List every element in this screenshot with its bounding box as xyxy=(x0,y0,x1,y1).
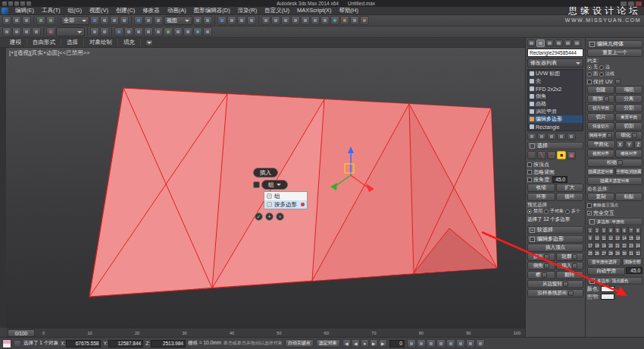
smoothing-group-button[interactable]: 6 xyxy=(621,227,627,234)
stack-item[interactable]: FFD 2x2x2 xyxy=(528,85,583,93)
smoothing-group-button[interactable]: 9 xyxy=(587,234,593,241)
smoothing-group-button[interactable]: 32 xyxy=(635,250,641,256)
new-scene-icon[interactable] xyxy=(2,2,7,6)
unlink-selection-icon[interactable] xyxy=(12,16,21,25)
caddy-cancel-button[interactable]: × xyxy=(276,212,284,221)
y-field[interactable]: 12587.844 xyxy=(108,340,143,347)
by-vertex-checkbox[interactable] xyxy=(527,162,532,167)
grid-align-button[interactable]: 栅格对齐 xyxy=(615,149,642,158)
edge-mode-icon[interactable] xyxy=(537,151,546,159)
render-iterative-icon[interactable] xyxy=(203,27,212,36)
stack-item[interactable]: 倒角 xyxy=(528,93,583,100)
outline-settings-icon[interactable] xyxy=(572,254,577,259)
selection-filter-dropdown[interactable]: 全部 xyxy=(61,16,89,25)
select-and-manipulate-icon[interactable] xyxy=(203,16,212,25)
container-toolbar-icon[interactable] xyxy=(183,27,192,36)
axis-constraint-x-icon[interactable] xyxy=(2,27,11,36)
selection-lock-icon[interactable] xyxy=(100,27,109,36)
smoothing-group-button[interactable]: 2 xyxy=(594,227,600,234)
undo-icon[interactable] xyxy=(36,16,45,25)
hinge-settings-icon[interactable] xyxy=(563,281,568,287)
bridge-settings-icon[interactable] xyxy=(542,272,547,278)
hinge-from-edge-button[interactable]: 从边旋转 xyxy=(527,280,583,288)
smoothing-group-button[interactable]: 16 xyxy=(635,234,641,241)
ignore-backfacing-checkbox[interactable] xyxy=(527,170,532,174)
menu-item[interactable]: 动画(A) xyxy=(164,7,190,14)
smoothing-group-button[interactable]: 8 xyxy=(635,227,641,234)
save-file-icon[interactable] xyxy=(14,2,19,6)
tessellate-button[interactable]: 细化 xyxy=(615,131,642,140)
border-mode-icon[interactable] xyxy=(547,151,556,159)
caddy-mode-dropdown[interactable]: 组 xyxy=(261,180,288,190)
ribbon-tab[interactable]: 填充 xyxy=(118,39,141,46)
smoothing-group-button[interactable]: 4 xyxy=(608,227,614,234)
axis-constraint-y-icon[interactable] xyxy=(12,27,21,36)
align-icon[interactable] xyxy=(281,16,290,25)
collapse-button[interactable]: 塌陷 xyxy=(615,86,642,94)
stack-item[interactable]: UVW 贴图 xyxy=(528,70,583,77)
hide-unselected-button[interactable]: 隐藏未选定对象 xyxy=(587,177,642,185)
create-new-layer-icon[interactable] xyxy=(46,27,55,36)
make-planar-button[interactable]: 平面化 xyxy=(587,140,615,149)
modify-tab-icon[interactable] xyxy=(536,39,545,47)
edit-geometry-rollout-header[interactable]: 编辑几何体 xyxy=(587,40,642,48)
current-time-field[interactable]: 0 xyxy=(389,340,405,347)
smoothing-group-button[interactable]: 10 xyxy=(594,234,600,241)
smoothing-group-button[interactable]: 22 xyxy=(621,242,627,249)
time-slider[interactable]: 0/100 xyxy=(8,329,35,337)
shrink-button[interactable]: 收缩 xyxy=(527,184,555,192)
smoothing-group-button[interactable]: 26 xyxy=(594,250,600,256)
smoothing-group-button[interactable]: 31 xyxy=(628,250,634,256)
material-editor-icon[interactable] xyxy=(330,16,339,25)
ribbon-tab[interactable]: 自由形式 xyxy=(27,39,61,46)
ribbon-tab[interactable]: 选择 xyxy=(61,39,84,46)
spacing-tool-icon[interactable] xyxy=(144,27,153,36)
modifier-list-dropdown[interactable]: 修改器列表 xyxy=(527,58,583,68)
pan-icon[interactable] xyxy=(456,339,465,348)
select-and-move-icon[interactable] xyxy=(134,16,143,25)
constraint-normal-radio[interactable] xyxy=(599,72,604,77)
snaps-use-axis-center-icon[interactable] xyxy=(114,27,123,36)
render-setup-icon[interactable] xyxy=(340,16,349,25)
inset-settings-icon[interactable] xyxy=(572,263,577,269)
cut-button[interactable]: 切割 xyxy=(615,122,642,130)
object-name-field[interactable]: Rectangle294585444 xyxy=(527,49,583,57)
create-button[interactable]: 创建 xyxy=(587,86,614,94)
timeline-track[interactable]: 0/100 0102030405060708090100 xyxy=(6,328,525,337)
select-by-name-icon[interactable] xyxy=(100,16,109,25)
render-production-icon[interactable] xyxy=(360,16,369,25)
perspective-viewport[interactable]: [+][透视][真实+边面]<<已禁用>> xyxy=(6,48,525,328)
layer-manager-icon[interactable] xyxy=(291,16,300,25)
menu-item[interactable]: 创建(C) xyxy=(112,7,139,14)
spinner-drag-icon[interactable] xyxy=(301,203,305,206)
outline-button[interactable]: 轮廓 xyxy=(556,253,584,261)
redo-icon[interactable] xyxy=(27,2,31,6)
relax-settings-icon[interactable] xyxy=(617,160,623,165)
playback-button[interactable]: ▶ xyxy=(379,339,387,347)
repeat-last-button[interactable]: 重复上一个 xyxy=(587,49,642,57)
viewport-label[interactable]: [+][透视][真实+边面]<<已禁用>> xyxy=(9,49,89,57)
auto-key-button[interactable]: 自动关键点 xyxy=(285,339,314,347)
application-button[interactable] xyxy=(2,8,8,14)
constraint-none-radio[interactable] xyxy=(587,65,592,70)
isolate-selection-icon[interactable] xyxy=(90,27,99,36)
polygon-mode-icon[interactable] xyxy=(557,151,566,159)
extrude-along-spline-button[interactable]: 沿样条线挤出 xyxy=(527,289,583,297)
window-crossing-icon[interactable] xyxy=(120,16,129,25)
edit-polygons-rollout-header[interactable]: 编辑多边形 xyxy=(527,235,583,243)
menu-item[interactable]: 帮助(H) xyxy=(336,7,362,14)
smoothing-groups-rollout-header[interactable]: 多边形: 平滑组 xyxy=(587,218,642,225)
select-and-scale-icon[interactable] xyxy=(154,16,163,25)
msmooth-settings-icon[interactable] xyxy=(607,133,612,138)
display-tab-icon[interactable] xyxy=(564,39,572,47)
menu-item[interactable]: 工具(T) xyxy=(38,7,64,14)
smoothing-group-button[interactable]: 1 xyxy=(587,227,593,234)
configure-modifier-sets-icon[interactable] xyxy=(567,133,576,140)
scene-explorer-icon[interactable] xyxy=(174,27,183,36)
axis-constraint-plane-icon[interactable] xyxy=(32,27,41,36)
stack-item[interactable]: 晶格 xyxy=(528,100,583,108)
pin-stack-icon[interactable] xyxy=(527,133,536,140)
element-mode-icon[interactable] xyxy=(567,151,576,159)
layer-dropdown[interactable] xyxy=(56,27,85,36)
preview-disable-radio[interactable] xyxy=(527,209,532,214)
